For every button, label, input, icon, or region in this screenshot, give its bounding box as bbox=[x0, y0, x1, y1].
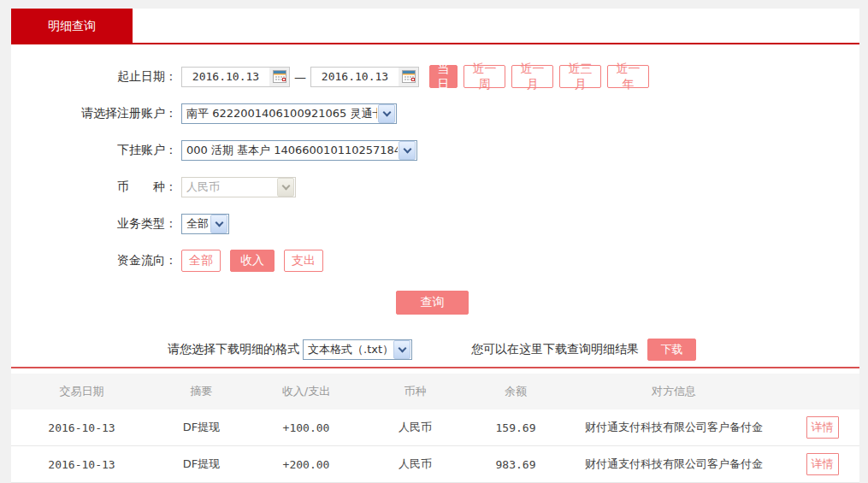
register-account-select[interactable]: 南平 6222001406100921065 灵通卡 bbox=[181, 103, 397, 124]
chevron-down-icon bbox=[393, 340, 410, 359]
quick-range-quarter-button[interactable]: 近三月 bbox=[559, 65, 601, 88]
header-counterparty: 对方信息 bbox=[563, 374, 785, 409]
sub-account-label: 下挂账户： bbox=[11, 143, 177, 158]
register-account-label: 请选择注册账户： bbox=[11, 106, 177, 121]
business-type-label: 业务类型： bbox=[11, 216, 177, 232]
tab-bar: 明细查询 bbox=[11, 9, 859, 44]
fund-direction-expense-button[interactable]: 支出 bbox=[284, 250, 323, 272]
register-account-row: 请选择注册账户： 南平 6222001406100921065 灵通卡 bbox=[11, 102, 859, 125]
start-date-value: 2016.10.13 bbox=[182, 70, 269, 83]
chevron-down-icon bbox=[210, 215, 227, 233]
query-form: 起止日期： 2016.10.13 — bbox=[11, 44, 859, 361]
detail-query-page: 明细查询 起止日期： 2016.10.13 bbox=[0, 0, 868, 483]
cell-trade-date: 2016-10-13 bbox=[11, 446, 152, 483]
currency-value: 人民币 bbox=[182, 180, 276, 195]
content-panel: 明细查询 起止日期： 2016.10.13 bbox=[11, 9, 859, 483]
download-button[interactable]: 下载 bbox=[647, 339, 696, 361]
download-format-value: 文本格式（.txt） bbox=[304, 342, 393, 357]
date-range-label: 起止日期： bbox=[11, 69, 177, 85]
table-top-divider bbox=[11, 367, 859, 368]
date-range-row: 起止日期： 2016.10.13 — bbox=[11, 65, 859, 88]
detail-button[interactable]: 详情 bbox=[806, 416, 839, 439]
download-format-select[interactable]: 文本格式（.txt） bbox=[303, 339, 412, 360]
chevron-down-icon bbox=[277, 178, 294, 197]
business-type-value: 全部 bbox=[182, 216, 210, 232]
download-hint: 您可以在这里下载查询明细结果 bbox=[471, 342, 639, 357]
cell-counterparty: 财付通支付科技有限公司客户备付金 bbox=[563, 409, 785, 446]
cell-summary: DF提现 bbox=[152, 409, 251, 446]
header-balance: 余额 bbox=[469, 374, 563, 409]
quick-range-today-button[interactable]: 当日 bbox=[429, 65, 458, 88]
cell-balance: 159.69 bbox=[469, 409, 563, 446]
query-button[interactable]: 查询 bbox=[396, 291, 469, 315]
sub-account-row: 下挂账户： 000 活期 基本户 1406600101102571848 bbox=[11, 138, 859, 162]
cell-counterparty: 财付通支付科技有限公司客户备付金 bbox=[563, 446, 785, 483]
currency-select: 人民币 bbox=[181, 177, 296, 197]
header-currency: 币种 bbox=[362, 374, 469, 409]
header-trade-date: 交易日期 bbox=[11, 374, 152, 409]
cell-currency: 人民币 bbox=[362, 446, 469, 483]
table-header-row: 交易日期 摘要 收入/支出 币种 余额 对方信息 bbox=[11, 374, 859, 409]
table-row: 2016-10-13 DF提现 +100.00 人民币 159.69 财付通支付… bbox=[11, 409, 859, 446]
quick-range-year-button[interactable]: 近一年 bbox=[607, 65, 649, 88]
cell-action: 详情 bbox=[785, 409, 859, 446]
download-format-label: 请您选择下载明细的格式 bbox=[168, 342, 299, 357]
cell-amount: +100.00 bbox=[251, 409, 362, 446]
register-account-value: 南平 6222001406100921065 灵通卡 bbox=[182, 106, 377, 121]
calendar-icon[interactable] bbox=[269, 68, 289, 86]
cell-balance: 983.69 bbox=[469, 446, 563, 483]
date-range-separator: — bbox=[294, 70, 306, 84]
chevron-down-icon bbox=[378, 104, 395, 123]
chevron-down-icon bbox=[399, 141, 416, 160]
fund-direction-income-button[interactable]: 收入 bbox=[230, 250, 275, 272]
end-date-value: 2016.10.13 bbox=[311, 70, 399, 83]
start-date-input[interactable]: 2016.10.13 bbox=[181, 67, 290, 87]
detail-button[interactable]: 详情 bbox=[806, 453, 839, 475]
fund-direction-all-button[interactable]: 全部 bbox=[181, 250, 221, 272]
cell-summary: DF提现 bbox=[152, 446, 251, 483]
transaction-table: 交易日期 摘要 收入/支出 币种 余额 对方信息 2016-10-13 DF提现… bbox=[11, 374, 859, 483]
header-action bbox=[785, 374, 859, 409]
fund-direction-row: 资金流向： 全部 收入 支出 bbox=[11, 249, 859, 272]
download-row: 请您选择下载明细的格式 文本格式（.txt） 您可以在这里下载查询明细结果 下载 bbox=[11, 339, 859, 361]
business-type-select[interactable]: 全部 bbox=[181, 214, 229, 234]
table-row: 2016-10-13 DF提现 +200.00 人民币 983.69 财付通支付… bbox=[11, 446, 859, 483]
quick-range-month-button[interactable]: 近一月 bbox=[511, 65, 553, 88]
fund-direction-label: 资金流向： bbox=[11, 253, 177, 268]
end-date-input[interactable]: 2016.10.13 bbox=[310, 67, 419, 87]
sub-account-select[interactable]: 000 活期 基本户 1406600101102571848 bbox=[181, 140, 417, 161]
sub-account-value: 000 活期 基本户 1406600101102571848 bbox=[182, 143, 398, 158]
quick-range-week-button[interactable]: 近一周 bbox=[464, 65, 505, 88]
calendar-icon[interactable] bbox=[399, 68, 418, 86]
business-type-row: 业务类型： 全部 bbox=[11, 212, 859, 235]
header-amount: 收入/支出 bbox=[251, 374, 362, 409]
query-row: 查询 bbox=[11, 291, 859, 315]
header-summary: 摘要 bbox=[152, 374, 251, 409]
cell-trade-date: 2016-10-13 bbox=[11, 409, 152, 446]
currency-label: 币 种： bbox=[11, 180, 177, 195]
cell-currency: 人民币 bbox=[362, 409, 469, 446]
currency-row: 币 种： 人民币 bbox=[11, 175, 859, 198]
tab-detail-query[interactable]: 明细查询 bbox=[11, 9, 133, 43]
cell-action: 详情 bbox=[785, 446, 859, 483]
cell-amount: +200.00 bbox=[251, 446, 362, 483]
